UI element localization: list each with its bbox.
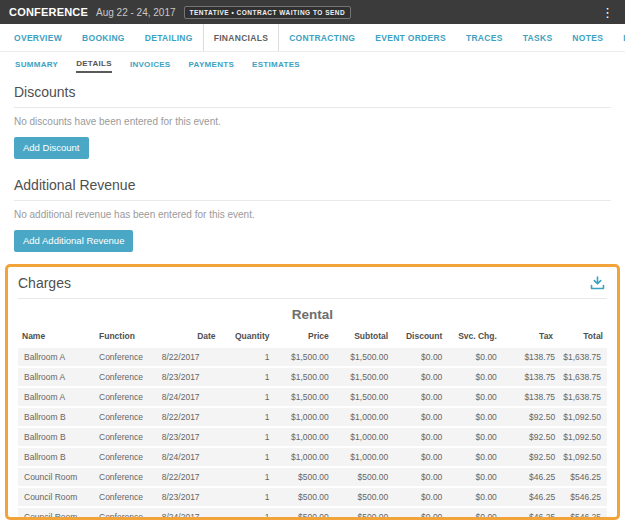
column-header: Tax bbox=[501, 328, 559, 346]
subnav-tab[interactable]: INVOICES bbox=[121, 54, 180, 74]
table-row[interactable]: Ballroom A Conference 8/24/2017 1 $1,500… bbox=[18, 388, 607, 406]
subnav-tab[interactable]: DETAILS bbox=[67, 54, 121, 74]
cell-quantity: 1 bbox=[220, 408, 274, 426]
cell-svc-chg: $0.00 bbox=[446, 408, 501, 426]
nav-tab[interactable]: OVERVIEW bbox=[4, 24, 72, 51]
cell-discount: $0.00 bbox=[392, 428, 446, 446]
additional-revenue-empty-text: No additional revenue has been entered f… bbox=[14, 209, 611, 221]
cell-name: Ballroom B bbox=[18, 448, 95, 466]
nav-tab[interactable]: FINANCIALS bbox=[203, 24, 279, 51]
column-header: Function bbox=[95, 328, 158, 346]
nav-tab[interactable]: NOTES bbox=[562, 24, 613, 51]
cell-name: Council Room bbox=[18, 508, 95, 520]
column-header: Total bbox=[559, 328, 607, 346]
cell-discount: $0.00 bbox=[392, 388, 446, 406]
cell-quantity: 1 bbox=[220, 468, 274, 486]
event-title: CONFERENCE bbox=[9, 6, 88, 18]
cell-total: $546.25 bbox=[559, 508, 607, 520]
nav-tab[interactable]: BOOKING bbox=[72, 24, 135, 51]
column-header: Subtotal bbox=[333, 328, 392, 346]
charges-title: Charges bbox=[18, 275, 71, 292]
cell-discount: $0.00 bbox=[392, 348, 446, 366]
nav-tab-label: TRACES bbox=[466, 33, 503, 43]
subnav-tab[interactable]: PAYMENTS bbox=[180, 54, 244, 74]
cell-price: $500.00 bbox=[273, 488, 332, 506]
additional-revenue-title: Additional Revenue bbox=[14, 177, 611, 194]
cell-subtotal: $1,500.00 bbox=[333, 348, 392, 366]
subnav-tab-label: DETAILS bbox=[76, 56, 112, 73]
cell-function: Conference bbox=[95, 408, 158, 426]
discounts-empty-text: No discounts have been entered for this … bbox=[14, 116, 611, 128]
main-nav: OVERVIEW BOOKING DETAILING FINANCIALS CO… bbox=[0, 24, 625, 52]
subnav-tab-label: ESTIMATES bbox=[252, 60, 300, 69]
table-row[interactable]: Ballroom B Conference 8/24/2017 1 $1,000… bbox=[18, 448, 607, 466]
cell-name: Council Room bbox=[18, 488, 95, 506]
nav-tab[interactable]: CONTRACTING bbox=[279, 24, 365, 51]
nav-tab[interactable]: DETAILING bbox=[135, 24, 203, 51]
cell-date: 8/24/2017 bbox=[158, 508, 220, 520]
kebab-menu-icon[interactable]: ⋮ bbox=[599, 6, 616, 19]
column-header: Date bbox=[158, 328, 220, 346]
cell-name: Ballroom B bbox=[18, 408, 95, 426]
cell-subtotal: $1,000.00 bbox=[333, 428, 392, 446]
cell-tax: $46.25 bbox=[501, 468, 559, 486]
status-badge: TENTATIVE • CONTRACT WAITING TO SEND bbox=[184, 6, 352, 19]
cell-date: 8/24/2017 bbox=[158, 388, 220, 406]
charges-table-body: Ballroom A Conference 8/22/2017 1 $1,500… bbox=[18, 348, 607, 520]
table-row[interactable]: Council Room Conference 8/24/2017 1 $500… bbox=[18, 508, 607, 520]
nav-tab-label: DETAILING bbox=[145, 33, 193, 43]
cell-quantity: 1 bbox=[220, 348, 274, 366]
table-row[interactable]: Ballroom B Conference 8/23/2017 1 $1,000… bbox=[18, 428, 607, 446]
cell-total: $1,638.75 bbox=[559, 348, 607, 366]
cell-subtotal: $1,000.00 bbox=[333, 408, 392, 426]
subnav-tab-label: SUMMARY bbox=[15, 60, 58, 69]
table-row[interactable]: Council Room Conference 8/23/2017 1 $500… bbox=[18, 488, 607, 506]
cell-quantity: 1 bbox=[220, 448, 274, 466]
cell-function: Conference bbox=[95, 508, 158, 520]
add-additional-revenue-button[interactable]: Add Additional Revenue bbox=[14, 230, 133, 252]
cell-tax: $138.75 bbox=[501, 368, 559, 386]
page-content: Discounts No discounts have been entered… bbox=[0, 74, 625, 520]
financials-subnav: SUMMARY DETAILS INVOICES PAYMENTS ESTIMA… bbox=[0, 52, 625, 74]
event-dates: Aug 22 - 24, 2017 bbox=[96, 7, 176, 18]
nav-tab[interactable]: TASKS bbox=[513, 24, 563, 51]
table-header-row: NameFunctionDateQuantityPriceSubtotalDis… bbox=[18, 328, 607, 346]
cell-subtotal: $1,500.00 bbox=[333, 388, 392, 406]
cell-function: Conference bbox=[95, 468, 158, 486]
cell-name: Ballroom B bbox=[18, 428, 95, 446]
cell-svc-chg: $0.00 bbox=[446, 428, 501, 446]
cell-function: Conference bbox=[95, 388, 158, 406]
cell-discount: $0.00 bbox=[392, 468, 446, 486]
cell-quantity: 1 bbox=[220, 508, 274, 520]
cell-total: $1,092.50 bbox=[559, 408, 607, 426]
cell-name: Ballroom A bbox=[18, 348, 95, 366]
cell-discount: $0.00 bbox=[392, 488, 446, 506]
cell-tax: $138.75 bbox=[501, 388, 559, 406]
table-row[interactable]: Council Room Conference 8/22/2017 1 $500… bbox=[18, 468, 607, 486]
cell-price: $500.00 bbox=[273, 468, 332, 486]
column-header: Svc. Chg. bbox=[446, 328, 501, 346]
add-discount-button[interactable]: Add Discount bbox=[14, 137, 89, 159]
cell-subtotal: $500.00 bbox=[333, 468, 392, 486]
subnav-tab[interactable]: ESTIMATES bbox=[243, 54, 309, 74]
subnav-tab[interactable]: SUMMARY bbox=[6, 54, 67, 74]
cell-total: $546.25 bbox=[559, 468, 607, 486]
cell-total: $546.25 bbox=[559, 488, 607, 506]
nav-tab[interactable]: DOCUMENTS bbox=[613, 24, 625, 51]
table-row[interactable]: Ballroom B Conference 8/22/2017 1 $1,000… bbox=[18, 408, 607, 426]
cell-tax: $46.25 bbox=[501, 488, 559, 506]
cell-subtotal: $1,000.00 bbox=[333, 448, 392, 466]
cell-quantity: 1 bbox=[220, 388, 274, 406]
nav-tab[interactable]: TRACES bbox=[456, 24, 513, 51]
cell-price: $1,000.00 bbox=[273, 428, 332, 446]
cell-total: $1,638.75 bbox=[559, 388, 607, 406]
nav-tab[interactable]: EVENT ORDERS bbox=[365, 24, 456, 51]
charges-section: Charges Rental NameFunctionDateQuantityP… bbox=[5, 264, 620, 520]
cell-discount: $0.00 bbox=[392, 368, 446, 386]
download-icon[interactable] bbox=[588, 274, 607, 292]
discounts-title: Discounts bbox=[14, 84, 611, 101]
cell-tax: $92.50 bbox=[501, 428, 559, 446]
table-row[interactable]: Ballroom A Conference 8/22/2017 1 $1,500… bbox=[18, 348, 607, 366]
cell-date: 8/22/2017 bbox=[158, 348, 220, 366]
table-row[interactable]: Ballroom A Conference 8/23/2017 1 $1,500… bbox=[18, 368, 607, 386]
